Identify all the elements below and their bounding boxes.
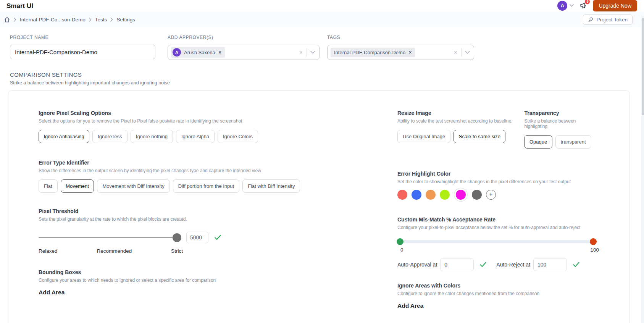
breadcrumb-settings[interactable]: Settings (116, 17, 135, 23)
resize-image-section: Resize Image Ability to scale the test s… (397, 110, 524, 149)
option-movement[interactable]: Movement (61, 179, 94, 193)
chevron-down-icon[interactable] (310, 51, 315, 54)
block-title: Ignore Areas with Colors (397, 283, 600, 289)
option-ignore-less[interactable]: Ignore less (92, 130, 128, 143)
option-use-original-image[interactable]: Use Original Image (397, 130, 450, 143)
page-scrollbar[interactable] (641, 16, 644, 323)
color-swatch-magenta-selected[interactable] (456, 190, 466, 200)
section-subtitle: Strike a balance between highlighting im… (10, 80, 644, 86)
clear-approvers-icon[interactable]: ✕ (299, 50, 303, 55)
chevron-down-icon[interactable] (465, 51, 470, 54)
approver-chip: A Arush Saxena ✕ (171, 47, 225, 58)
remove-approver-icon[interactable]: ✕ (218, 50, 222, 55)
ignore-pixel-scaling-section: Ignore Pixel Scaling Options Select the … (39, 110, 382, 143)
comparison-settings-header: COMPARISON SETTINGS Strike a balance bet… (10, 71, 644, 86)
auto-reject-input[interactable] (533, 258, 567, 271)
top-bar-actions: A 9 Upgrade Now (557, 0, 637, 11)
block-subtitle: Configure your areas to which needs to i… (39, 278, 382, 283)
option-ignore-colors[interactable]: Ignore Colors (218, 130, 258, 143)
tags-label: TAGS (327, 35, 474, 40)
breadcrumb: Internal-PDF-Co...son-Demo Tests Setting… (4, 16, 135, 23)
project-token-key-icon (588, 17, 594, 23)
clear-tags-icon[interactable]: ✕ (454, 50, 458, 55)
color-swatch-lime[interactable] (440, 190, 450, 200)
mismatch-handle-min[interactable] (397, 238, 404, 245)
block-title: Error Type Identifier (39, 160, 382, 166)
tags-select[interactable]: Internal-PDF-Comparison-Demo ✕ ✕ (327, 45, 474, 60)
project-name-input[interactable] (10, 45, 155, 59)
top-bar: Smart UI A 9 Upgrade Now (0, 0, 644, 12)
add-area-button[interactable]: Add Area (397, 302, 423, 309)
pixel-threshold-slider (39, 237, 177, 238)
project-settings-form: PROJECT NAME ADD APPROVER(S) A Arush Sax… (0, 27, 644, 60)
add-color-button[interactable]: + (486, 190, 496, 200)
remove-tag-icon[interactable]: ✕ (408, 50, 412, 55)
scrollbar-thumb[interactable] (642, 18, 644, 115)
approver-avatar: A (173, 48, 181, 57)
option-scale-to-same-size[interactable]: Scale to same size (454, 130, 505, 143)
mismatch-max-label: 100 (590, 247, 599, 253)
option-transparent[interactable]: transparent (555, 135, 591, 149)
comparison-settings-card: Ignore Pixel Scaling Options Select the … (8, 90, 630, 323)
bounding-boxes-section: Bounding Boxes Configure your areas to w… (39, 269, 382, 296)
option-movement-diff-intensity[interactable]: Movement with Diff Intensity (97, 179, 169, 193)
auto-reject-label: Auto-Reject at (496, 262, 530, 268)
select-divider (461, 48, 462, 57)
avatar[interactable]: A (557, 1, 567, 11)
auto-approval-input[interactable] (440, 258, 474, 271)
select-divider (307, 48, 307, 57)
mismatch-min-label: 0 (400, 247, 404, 253)
option-ignore-nothing[interactable]: Ignore nothing (131, 130, 173, 143)
option-flat-diff-intensity[interactable]: Flat with Diff Intensity (242, 179, 300, 193)
block-title: Transparency (524, 110, 600, 116)
breadcrumb-separator-icon (89, 18, 92, 22)
breadcrumb-separator-icon (110, 18, 113, 22)
valid-check-icon (215, 235, 221, 240)
color-swatch-gray[interactable] (472, 190, 482, 200)
color-swatch-red[interactable] (397, 190, 407, 200)
block-subtitle: Configure your pixel-to-pixel acceptance… (397, 225, 600, 230)
resize-transparency-row: Resize Image Ability to scale the test s… (397, 110, 600, 149)
block-subtitle: Set the color to show/highlight the chan… (397, 179, 600, 184)
chevron-down-icon (570, 4, 574, 7)
approvers-select[interactable]: A Arush Saxena ✕ ✕ (168, 45, 320, 60)
error-type-section: Error Type Identifier Show the differenc… (39, 160, 382, 193)
option-ignore-alpha[interactable]: Ignore Alpha (176, 130, 215, 143)
pixel-threshold-handle[interactable] (173, 233, 181, 242)
account-menu[interactable]: A (557, 1, 574, 11)
breadcrumb-tests[interactable]: Tests (95, 17, 107, 23)
block-title: Resize Image (397, 110, 524, 116)
block-subtitle: Configure to ignore the color changes me… (397, 291, 600, 296)
home-icon[interactable] (4, 16, 10, 23)
color-swatch-blue[interactable] (412, 190, 421, 200)
mismatch-handle-max[interactable] (590, 238, 597, 245)
block-title: Error Highlight Color (397, 171, 600, 177)
pixel-threshold-input[interactable] (186, 232, 208, 243)
block-subtitle: Sets the pixel granularity at the rate t… (39, 216, 382, 222)
block-title: Bounding Boxes (39, 269, 382, 275)
tag-name: Internal-PDF-Comparison-Demo (334, 50, 405, 55)
app-title: Smart UI (6, 2, 33, 10)
approver-name: Arush Saxena (184, 50, 215, 55)
valid-check-icon (573, 262, 579, 267)
announcements-button[interactable]: 9 (579, 2, 588, 10)
breadcrumb-bar: Internal-PDF-Co...son-Demo Tests Setting… (0, 12, 644, 27)
add-area-button[interactable]: Add Area (39, 289, 65, 296)
breadcrumb-project[interactable]: Internal-PDF-Co...son-Demo (20, 17, 86, 23)
block-title: Pixel Threshold (39, 208, 382, 214)
transparency-section: Transparency Strike a balance between hi… (524, 110, 600, 149)
color-swatch-orange[interactable] (426, 190, 436, 200)
project-name-label: PROJECT NAME (10, 35, 155, 40)
section-title: COMPARISON SETTINGS (10, 71, 644, 78)
threshold-label-relaxed: Relaxed (39, 248, 58, 254)
approvers-label: ADD APPROVER(S) (168, 35, 320, 40)
option-diff-portion-input[interactable]: Diff portion from the Input (173, 179, 239, 193)
mismatch-slider (397, 240, 596, 243)
upgrade-now-button[interactable]: Upgrade Now (593, 0, 637, 11)
block-subtitle: Ability to scale the test screenshot acc… (397, 118, 524, 124)
project-token-button[interactable]: Project Token (583, 15, 633, 25)
option-opaque[interactable]: Opaque (524, 135, 552, 149)
option-ignore-antialiasing[interactable]: Ignore Antialiasing (39, 130, 89, 143)
threshold-label-strict: Strict (171, 248, 183, 254)
option-flat[interactable]: Flat (39, 179, 58, 193)
